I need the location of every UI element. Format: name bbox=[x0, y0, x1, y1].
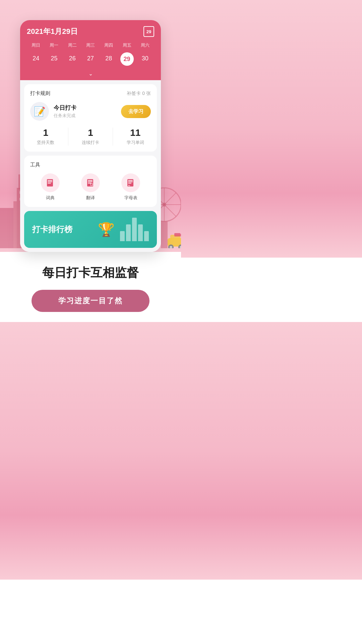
translate-icon bbox=[86, 178, 95, 187]
date-24[interactable]: 24 bbox=[27, 52, 45, 66]
stat-words-label: 学习单词 bbox=[127, 140, 144, 146]
task-name: 今日打卡 bbox=[54, 104, 121, 112]
weekday-tue: 周二 bbox=[63, 41, 81, 50]
svg-rect-39 bbox=[128, 181, 133, 182]
svg-rect-5 bbox=[0, 208, 13, 248]
stat-consecutive-value: 1 bbox=[82, 127, 99, 138]
date-25[interactable]: 25 bbox=[45, 52, 63, 66]
svg-rect-34 bbox=[88, 183, 91, 183]
task-icon-wrap: 📝 bbox=[30, 102, 49, 121]
supplement-count: 补签卡 0 张 bbox=[127, 91, 151, 97]
svg-rect-18 bbox=[161, 221, 168, 248]
weekday-wed: 周三 bbox=[81, 41, 100, 50]
calendar-section: 2021年1月29日 29 周日 周一 周二 周三 周四 周五 周六 24 25… bbox=[20, 20, 161, 80]
book-icon bbox=[46, 178, 55, 187]
task-status: 任务未完成 bbox=[54, 113, 121, 119]
calendar-expand[interactable]: ⌄ bbox=[27, 68, 154, 80]
ranking-chart bbox=[120, 218, 149, 241]
calendar-icon[interactable]: 29 bbox=[143, 26, 154, 37]
bar-4 bbox=[138, 224, 143, 241]
tool-translate-label: 翻译 bbox=[86, 195, 95, 201]
date-27[interactable]: 27 bbox=[81, 52, 100, 66]
go-study-button[interactable]: 去学习 bbox=[121, 105, 151, 118]
ranking-label: 打卡排行榜 bbox=[32, 225, 72, 234]
date-28[interactable]: 28 bbox=[100, 52, 118, 66]
weekday-thu: 周四 bbox=[100, 41, 118, 50]
svg-rect-38 bbox=[128, 180, 133, 181]
tools-section-title: 工具 bbox=[30, 162, 151, 168]
tools-row: 词典 翻译 bbox=[30, 173, 151, 201]
weekday-mon: 周一 bbox=[45, 41, 63, 50]
bottom-section: 每日打卡互相监督 学习进度一目了然 bbox=[0, 252, 181, 322]
svg-rect-29 bbox=[48, 181, 52, 182]
stat-persist-label: 坚持天数 bbox=[37, 140, 54, 146]
svg-rect-40 bbox=[128, 183, 131, 183]
tool-dict-label: 词典 bbox=[46, 195, 55, 201]
svg-rect-33 bbox=[88, 181, 93, 182]
bar-5 bbox=[144, 231, 149, 241]
ranking-normal: 排行榜 bbox=[48, 225, 72, 234]
alphabet-icon: Ai bbox=[126, 178, 135, 187]
checkin-rule-label: 打卡规则 bbox=[30, 90, 50, 97]
weekday-fri: 周五 bbox=[118, 41, 136, 50]
main-content: 打卡规则 补签卡 0 张 📝 今日打卡 任务未完成 去学习 1 bbox=[20, 80, 161, 252]
tool-translate[interactable]: 翻译 bbox=[81, 173, 100, 201]
tool-alphabet-icon-wrap: Ai bbox=[121, 173, 140, 192]
svg-rect-28 bbox=[48, 180, 52, 181]
stat-words-value: 11 bbox=[127, 127, 144, 138]
date-30[interactable]: 30 bbox=[136, 52, 154, 66]
chevron-down-icon: ⌄ bbox=[88, 71, 93, 76]
svg-rect-30 bbox=[48, 183, 51, 183]
svg-rect-32 bbox=[88, 180, 93, 181]
checkin-card: 打卡规则 补签卡 0 张 📝 今日打卡 任务未完成 去学习 1 bbox=[24, 84, 157, 152]
stat-consecutive-checkin: 1 连续打卡 bbox=[82, 127, 99, 146]
tool-translate-icon-wrap bbox=[81, 173, 100, 192]
date-29-selected[interactable]: 29 bbox=[120, 52, 134, 66]
tool-alphabet-label: 字母表 bbox=[124, 195, 137, 201]
weekday-sat: 周六 bbox=[136, 41, 154, 50]
date-26[interactable]: 26 bbox=[63, 52, 81, 66]
svg-text:Ai: Ai bbox=[128, 184, 130, 186]
tools-card: 工具 词典 bbox=[24, 156, 157, 207]
stat-consecutive-label: 连续打卡 bbox=[82, 140, 99, 146]
stat-words-learned: 11 学习单词 bbox=[127, 127, 144, 146]
task-info: 今日打卡 任务未完成 bbox=[54, 104, 121, 119]
stat-persist-value: 1 bbox=[37, 127, 54, 138]
svg-rect-3 bbox=[13, 201, 17, 248]
ranking-banner[interactable]: 打卡排行榜 🏆 bbox=[24, 211, 157, 248]
stat-persist-days: 1 坚持天数 bbox=[37, 127, 54, 146]
checkin-icon: 📝 bbox=[34, 106, 46, 117]
bar-2 bbox=[126, 224, 131, 241]
svg-rect-36 bbox=[91, 184, 93, 185]
date-row: 24 25 26 27 28 29 30 bbox=[27, 52, 154, 68]
tool-alphabet[interactable]: Ai 字母表 bbox=[121, 173, 140, 201]
tool-dict[interactable]: 词典 bbox=[41, 173, 60, 201]
weekday-sun: 周日 bbox=[27, 41, 45, 50]
cta-button[interactable]: 学习进度一目了然 bbox=[32, 290, 149, 312]
bar-3 bbox=[132, 218, 137, 241]
stats-row: 1 坚持天数 1 连续打卡 11 学习单词 bbox=[30, 127, 151, 146]
ranking-highlighted: 打卡 bbox=[32, 225, 48, 234]
calendar-title: 2021年1月29日 bbox=[27, 26, 78, 37]
trophy-icon: 🏆 bbox=[98, 222, 115, 237]
weekday-row: 周日 周一 周二 周三 周四 周五 周六 bbox=[27, 41, 154, 50]
phone-mockup: 2021年1月29日 29 周日 周一 周二 周三 周四 周五 周六 24 25… bbox=[20, 20, 161, 252]
svg-rect-26 bbox=[180, 234, 181, 236]
bar-1 bbox=[120, 231, 125, 241]
svg-rect-25 bbox=[174, 233, 180, 236]
tool-dict-icon-wrap bbox=[41, 173, 60, 192]
main-tagline: 每日打卡互相监督 bbox=[42, 265, 139, 280]
